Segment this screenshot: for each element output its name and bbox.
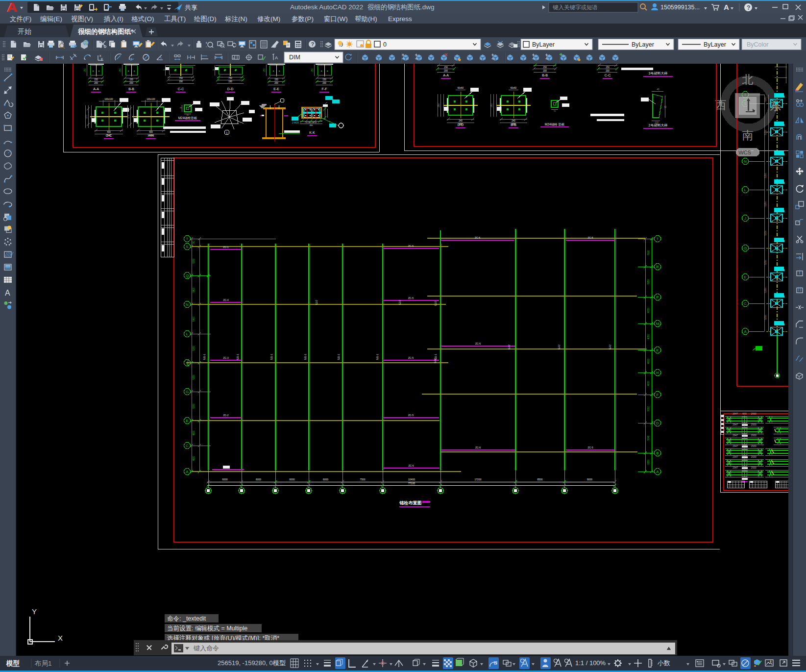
- svg-text:北: 北: [742, 73, 754, 86]
- svg-text:250: 250: [438, 103, 440, 107]
- svg-text:T: T: [186, 237, 189, 241]
- svg-text:L: L: [744, 188, 747, 192]
- svg-text:ZC-3: ZC-3: [223, 356, 228, 359]
- svg-text:240: 240: [459, 120, 463, 122]
- svg-text:170: 170: [85, 115, 88, 119]
- svg-text:布局1: 布局1: [34, 660, 52, 667]
- svg-text:C: C: [744, 301, 747, 306]
- svg-text:5250: 5250: [193, 374, 195, 380]
- svg-text:ByLayer: ByLayer: [632, 41, 654, 48]
- svg-text:帮助(H): 帮助(H): [355, 15, 377, 23]
- svg-text:ZC-5: ZC-5: [587, 236, 593, 239]
- svg-text:-: -: [206, 44, 207, 49]
- svg-text:?: ?: [747, 4, 750, 11]
- svg-text:R: R: [656, 265, 659, 269]
- svg-text:200: 200: [129, 82, 133, 84]
- svg-text:2930: 2930: [751, 455, 757, 458]
- svg-text:文件(F): 文件(F): [10, 15, 31, 23]
- svg-text:2947: 2947: [733, 455, 738, 458]
- svg-text:5000: 5000: [647, 250, 650, 255]
- svg-text:H-H: H-H: [148, 134, 154, 137]
- svg-text:150: 150: [606, 66, 610, 69]
- svg-text:5000: 5000: [647, 406, 650, 411]
- svg-text:2-M20: 2-M20: [292, 121, 299, 124]
- svg-text:750: 750: [179, 77, 183, 79]
- svg-text:100x100: 100x100: [147, 98, 155, 100]
- svg-text:ZC-6: ZC-6: [475, 342, 481, 345]
- svg-text:2930: 2930: [751, 466, 757, 469]
- svg-text:绘图(D): 绘图(D): [194, 15, 217, 23]
- svg-text:0: 0: [383, 41, 387, 48]
- svg-text:5250: 5250: [193, 346, 195, 351]
- svg-text:Q: Q: [186, 274, 189, 278]
- svg-text:GJL-1: GJL-1: [237, 353, 239, 360]
- svg-text:GJL-1: GJL-1: [203, 353, 206, 360]
- svg-text:250: 250: [119, 68, 122, 72]
- svg-text:25: 25: [163, 69, 166, 71]
- svg-text:40: 40: [180, 106, 182, 109]
- svg-text:参数(P): 参数(P): [292, 15, 314, 23]
- svg-text:P: P: [656, 295, 659, 299]
- svg-text:5400: 5400: [193, 287, 195, 293]
- svg-text:200: 200: [274, 82, 278, 84]
- svg-text:2947: 2947: [733, 445, 738, 448]
- svg-text:150: 150: [94, 78, 98, 81]
- svg-text:S: S: [186, 245, 188, 249]
- svg-text:D-D: D-D: [227, 87, 233, 91]
- svg-text:A-A: A-A: [443, 74, 449, 77]
- svg-text:250: 250: [84, 68, 86, 72]
- svg-text:当前设置: 编辑模式 = Multiple: 当前设置: 编辑模式 = Multiple: [167, 625, 247, 632]
- svg-text:50 100 100 50: 50 100 100 50: [306, 122, 317, 124]
- svg-text:A: A: [724, 3, 729, 11]
- svg-text:锚栓布置图: 锚栓布置图: [399, 500, 422, 505]
- svg-text:小数: 小数: [657, 659, 670, 667]
- svg-text:ZC-6: ZC-6: [475, 446, 481, 449]
- svg-text:GJ-2: GJ-2: [609, 345, 611, 349]
- svg-text:5250: 5250: [764, 201, 767, 206]
- svg-text:K-K: K-K: [309, 131, 315, 134]
- svg-text:编辑(E): 编辑(E): [40, 15, 62, 23]
- svg-text:键入命令: 键入命令: [193, 645, 219, 652]
- svg-text:240: 240: [512, 120, 515, 122]
- svg-text:E: E: [744, 275, 746, 279]
- svg-text:GJ-2: GJ-2: [434, 358, 437, 363]
- svg-text:600: 600: [742, 434, 747, 437]
- svg-text:400: 400: [107, 131, 111, 133]
- svg-text:250: 250: [263, 68, 266, 72]
- svg-text:25: 25: [213, 69, 215, 71]
- svg-text:A: A: [656, 470, 659, 474]
- svg-text:插入(I): 插入(I): [103, 15, 123, 23]
- svg-text:5250: 5250: [764, 260, 767, 265]
- svg-text:开始: 开始: [18, 27, 31, 35]
- svg-text:600: 600: [742, 445, 747, 448]
- svg-text:GJ-2: GJ-2: [435, 301, 437, 306]
- svg-text:2947: 2947: [733, 423, 738, 426]
- svg-text:DIM: DIM: [289, 54, 300, 61]
- svg-text:4600: 4600: [193, 456, 195, 461]
- svg-text:GJL-1: GJL-1: [270, 353, 273, 360]
- svg-text:GJ-2: GJ-2: [558, 345, 561, 349]
- svg-text:70: 70: [554, 110, 556, 112]
- svg-text:C-C: C-C: [178, 87, 184, 91]
- svg-text:F: F: [657, 393, 659, 397]
- svg-text:C-C: C-C: [106, 134, 112, 137]
- svg-text:ByColor: ByColor: [747, 41, 768, 48]
- svg-text:60x60: 60x60: [458, 87, 464, 89]
- svg-text:400: 400: [149, 131, 153, 133]
- svg-text:E: E: [186, 419, 188, 423]
- svg-text:200: 200: [322, 82, 326, 84]
- svg-text:40: 40: [657, 88, 659, 91]
- svg-text:6000: 6000: [256, 478, 261, 481]
- svg-text:200: 200: [543, 70, 547, 72]
- svg-text:ZC-5: ZC-5: [408, 245, 414, 248]
- svg-text:6000: 6000: [222, 478, 227, 481]
- svg-text:M24锚栓垫板: M24锚栓垫板: [178, 116, 197, 120]
- svg-text:2930: 2930: [751, 445, 757, 448]
- svg-text:2930: 2930: [751, 423, 757, 426]
- svg-text:X: X: [58, 634, 63, 642]
- svg-text:600: 600: [742, 455, 747, 458]
- svg-text:B-B: B-B: [128, 87, 134, 91]
- svg-text:D-D: D-D: [458, 123, 464, 126]
- svg-text:模型: 模型: [6, 660, 20, 667]
- svg-text:H: H: [656, 371, 659, 375]
